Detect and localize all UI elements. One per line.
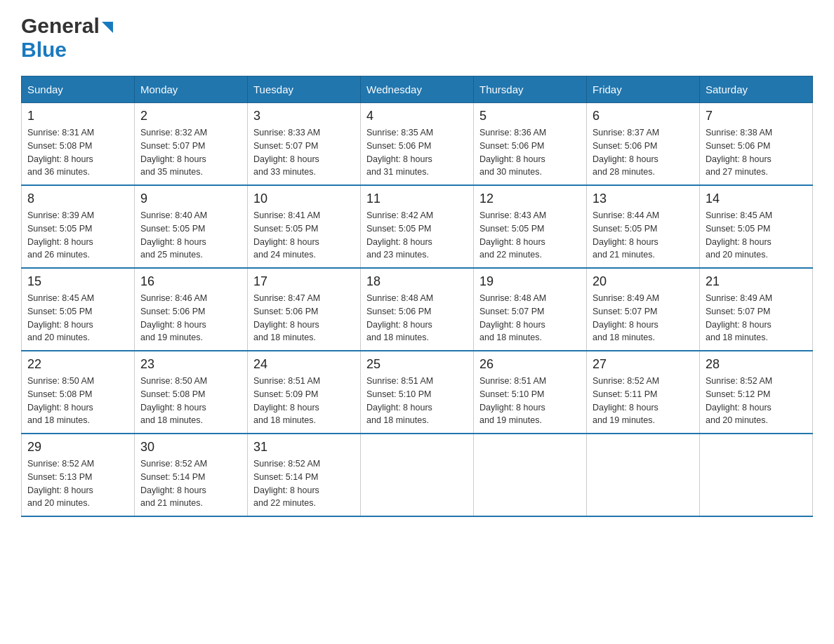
day-info: Sunrise: 8:40 AMSunset: 5:05 PMDaylight:… <box>140 210 207 260</box>
logo-general-text: General <box>21 14 100 38</box>
logo: General Blue <box>21 14 113 62</box>
calendar-day-cell: 4 Sunrise: 8:35 AMSunset: 5:06 PMDayligh… <box>361 103 474 186</box>
day-number: 19 <box>479 274 581 289</box>
column-header-sunday: Sunday <box>22 76 135 103</box>
day-info: Sunrise: 8:52 AMSunset: 5:14 PMDaylight:… <box>140 459 207 508</box>
calendar-day-cell: 28 Sunrise: 8:52 AMSunset: 5:12 PMDaylig… <box>700 351 813 434</box>
day-number: 15 <box>27 274 128 289</box>
calendar-table: SundayMondayTuesdayWednesdayThursdayFrid… <box>21 76 813 517</box>
calendar-day-cell: 20 Sunrise: 8:49 AMSunset: 5:07 PMDaylig… <box>587 268 700 351</box>
day-number: 17 <box>253 274 355 289</box>
day-info: Sunrise: 8:52 AMSunset: 5:14 PMDaylight:… <box>253 459 320 508</box>
calendar-day-cell: 13 Sunrise: 8:44 AMSunset: 5:05 PMDaylig… <box>587 185 700 268</box>
day-number: 13 <box>593 192 694 206</box>
day-number: 26 <box>479 357 581 372</box>
day-info: Sunrise: 8:33 AMSunset: 5:07 PMDaylight:… <box>253 128 320 177</box>
calendar-week-row: 29 Sunrise: 8:52 AMSunset: 5:13 PMDaylig… <box>22 434 813 516</box>
day-info: Sunrise: 8:50 AMSunset: 5:08 PMDaylight:… <box>27 376 94 425</box>
calendar-day-cell: 27 Sunrise: 8:52 AMSunset: 5:11 PMDaylig… <box>587 351 700 434</box>
day-number: 7 <box>706 109 807 123</box>
day-info: Sunrise: 8:39 AMSunset: 5:05 PMDaylight:… <box>27 210 94 260</box>
day-info: Sunrise: 8:51 AMSunset: 5:09 PMDaylight:… <box>253 376 320 425</box>
calendar-day-cell: 16 Sunrise: 8:46 AMSunset: 5:06 PMDaylig… <box>135 268 248 351</box>
day-number: 30 <box>140 440 241 455</box>
day-number: 20 <box>593 274 694 289</box>
day-info: Sunrise: 8:51 AMSunset: 5:10 PMDaylight:… <box>479 376 546 425</box>
page-header: General Blue <box>21 14 813 62</box>
calendar-day-cell: 26 Sunrise: 8:51 AMSunset: 5:10 PMDaylig… <box>474 351 587 434</box>
day-info: Sunrise: 8:44 AMSunset: 5:05 PMDaylight:… <box>593 210 659 260</box>
day-info: Sunrise: 8:48 AMSunset: 5:07 PMDaylight:… <box>479 293 546 342</box>
calendar-header-row: SundayMondayTuesdayWednesdayThursdayFrid… <box>22 76 813 103</box>
day-info: Sunrise: 8:45 AMSunset: 5:05 PMDaylight:… <box>27 293 94 342</box>
calendar-day-cell: 11 Sunrise: 8:42 AMSunset: 5:05 PMDaylig… <box>361 185 474 268</box>
column-header-tuesday: Tuesday <box>248 76 361 103</box>
day-info: Sunrise: 8:48 AMSunset: 5:06 PMDaylight:… <box>366 293 433 342</box>
logo-arrow-icon <box>102 22 113 33</box>
day-number: 25 <box>366 357 468 372</box>
day-info: Sunrise: 8:37 AMSunset: 5:06 PMDaylight:… <box>593 128 659 177</box>
day-number: 21 <box>706 274 807 289</box>
day-info: Sunrise: 8:42 AMSunset: 5:05 PMDaylight:… <box>366 210 433 260</box>
column-header-friday: Friday <box>587 76 700 103</box>
day-number: 27 <box>593 357 694 372</box>
day-info: Sunrise: 8:52 AMSunset: 5:13 PMDaylight:… <box>27 459 94 508</box>
calendar-day-cell: 18 Sunrise: 8:48 AMSunset: 5:06 PMDaylig… <box>361 268 474 351</box>
calendar-day-cell: 17 Sunrise: 8:47 AMSunset: 5:06 PMDaylig… <box>248 268 361 351</box>
calendar-day-cell: 2 Sunrise: 8:32 AMSunset: 5:07 PMDayligh… <box>135 103 248 186</box>
day-number: 29 <box>27 440 128 455</box>
day-number: 16 <box>140 274 241 289</box>
day-number: 3 <box>253 109 355 123</box>
day-info: Sunrise: 8:41 AMSunset: 5:05 PMDaylight:… <box>253 210 320 260</box>
day-number: 22 <box>27 357 128 372</box>
calendar-day-cell: 21 Sunrise: 8:49 AMSunset: 5:07 PMDaylig… <box>700 268 813 351</box>
calendar-day-cell: 23 Sunrise: 8:50 AMSunset: 5:08 PMDaylig… <box>135 351 248 434</box>
logo-blue-text: Blue <box>21 38 67 61</box>
day-number: 8 <box>27 192 128 206</box>
calendar-empty-cell <box>700 434 813 516</box>
calendar-day-cell: 30 Sunrise: 8:52 AMSunset: 5:14 PMDaylig… <box>135 434 248 516</box>
calendar-day-cell: 29 Sunrise: 8:52 AMSunset: 5:13 PMDaylig… <box>22 434 135 516</box>
day-number: 11 <box>366 192 468 206</box>
calendar-day-cell: 15 Sunrise: 8:45 AMSunset: 5:05 PMDaylig… <box>22 268 135 351</box>
day-number: 2 <box>140 109 241 123</box>
day-number: 18 <box>366 274 468 289</box>
calendar-day-cell: 31 Sunrise: 8:52 AMSunset: 5:14 PMDaylig… <box>248 434 361 516</box>
day-info: Sunrise: 8:46 AMSunset: 5:06 PMDaylight:… <box>140 293 207 342</box>
calendar-day-cell: 3 Sunrise: 8:33 AMSunset: 5:07 PMDayligh… <box>248 103 361 186</box>
day-number: 31 <box>253 440 355 455</box>
day-info: Sunrise: 8:31 AMSunset: 5:08 PMDaylight:… <box>27 128 94 177</box>
day-info: Sunrise: 8:45 AMSunset: 5:05 PMDaylight:… <box>706 210 772 260</box>
calendar-day-cell: 9 Sunrise: 8:40 AMSunset: 5:05 PMDayligh… <box>135 185 248 268</box>
column-header-saturday: Saturday <box>700 76 813 103</box>
day-info: Sunrise: 8:49 AMSunset: 5:07 PMDaylight:… <box>706 293 772 342</box>
calendar-week-row: 22 Sunrise: 8:50 AMSunset: 5:08 PMDaylig… <box>22 351 813 434</box>
calendar-day-cell: 6 Sunrise: 8:37 AMSunset: 5:06 PMDayligh… <box>587 103 700 186</box>
day-info: Sunrise: 8:38 AMSunset: 5:06 PMDaylight:… <box>706 128 772 177</box>
calendar-day-cell: 8 Sunrise: 8:39 AMSunset: 5:05 PMDayligh… <box>22 185 135 268</box>
column-header-monday: Monday <box>135 76 248 103</box>
day-info: Sunrise: 8:51 AMSunset: 5:10 PMDaylight:… <box>366 376 433 425</box>
day-number: 1 <box>27 109 128 123</box>
calendar-week-row: 15 Sunrise: 8:45 AMSunset: 5:05 PMDaylig… <box>22 268 813 351</box>
day-info: Sunrise: 8:43 AMSunset: 5:05 PMDaylight:… <box>479 210 546 260</box>
day-info: Sunrise: 8:50 AMSunset: 5:08 PMDaylight:… <box>140 376 207 425</box>
day-number: 5 <box>479 109 581 123</box>
day-number: 23 <box>140 357 241 372</box>
day-number: 28 <box>706 357 807 372</box>
day-info: Sunrise: 8:35 AMSunset: 5:06 PMDaylight:… <box>366 128 433 177</box>
calendar-empty-cell <box>474 434 587 516</box>
day-info: Sunrise: 8:47 AMSunset: 5:06 PMDaylight:… <box>253 293 320 342</box>
column-header-thursday: Thursday <box>474 76 587 103</box>
calendar-day-cell: 22 Sunrise: 8:50 AMSunset: 5:08 PMDaylig… <box>22 351 135 434</box>
day-number: 14 <box>706 192 807 206</box>
calendar-empty-cell <box>361 434 474 516</box>
day-info: Sunrise: 8:49 AMSunset: 5:07 PMDaylight:… <box>593 293 659 342</box>
calendar-day-cell: 1 Sunrise: 8:31 AMSunset: 5:08 PMDayligh… <box>22 103 135 186</box>
calendar-day-cell: 5 Sunrise: 8:36 AMSunset: 5:06 PMDayligh… <box>474 103 587 186</box>
calendar-day-cell: 7 Sunrise: 8:38 AMSunset: 5:06 PMDayligh… <box>700 103 813 186</box>
column-header-wednesday: Wednesday <box>361 76 474 103</box>
day-info: Sunrise: 8:52 AMSunset: 5:12 PMDaylight:… <box>706 376 772 425</box>
day-number: 10 <box>253 192 355 206</box>
calendar-day-cell: 14 Sunrise: 8:45 AMSunset: 5:05 PMDaylig… <box>700 185 813 268</box>
